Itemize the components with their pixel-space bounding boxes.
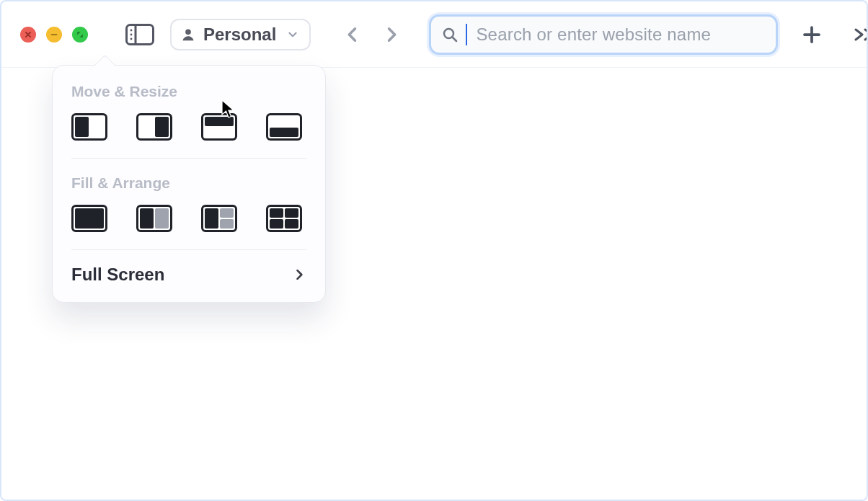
profile-label: Personal	[203, 25, 276, 45]
back-button[interactable]	[337, 19, 368, 50]
arrange-four-quadrants-button[interactable]	[266, 205, 302, 232]
browser-toolbar: Personal Search or enter website name	[1, 1, 867, 68]
full-screen-menu-item[interactable]: Full Screen	[54, 250, 324, 302]
search-icon	[441, 26, 459, 43]
window-zoom-button[interactable]	[72, 27, 88, 43]
chevron-right-icon	[292, 267, 306, 282]
move-right-half-button[interactable]	[136, 113, 172, 141]
svg-point-5	[185, 29, 191, 35]
full-screen-label: Full Screen	[71, 265, 164, 285]
move-top-half-button[interactable]	[201, 113, 237, 141]
toggle-sidebar-button[interactable]	[125, 20, 154, 49]
move-bottom-half-button[interactable]	[266, 113, 302, 141]
chevron-down-icon	[286, 28, 299, 41]
svg-point-4	[130, 37, 133, 40]
move-left-half-button[interactable]	[71, 113, 107, 141]
tab-overview-button[interactable]	[853, 19, 868, 50]
window-close-button[interactable]	[20, 27, 36, 43]
svg-point-3	[130, 33, 133, 35]
window-traffic-lights	[20, 27, 88, 43]
address-search-field[interactable]: Search or enter website name	[429, 14, 778, 55]
window-minimize-button[interactable]	[46, 27, 62, 43]
svg-point-2	[130, 29, 133, 31]
arrange-two-columns-button[interactable]	[136, 205, 172, 232]
section-title-fill-arrange: Fill & Arrange	[71, 174, 306, 192]
text-cursor	[466, 24, 467, 45]
fill-screen-button[interactable]	[71, 205, 107, 232]
section-title-move-resize: Move & Resize	[71, 83, 306, 100]
search-placeholder: Search or enter website name	[476, 25, 711, 45]
person-icon	[180, 27, 196, 43]
forward-button[interactable]	[376, 19, 407, 50]
window-layout-popover: Move & Resize Fill & Arrange Full Screen	[52, 65, 326, 303]
profile-dropdown-button[interactable]: Personal	[170, 19, 311, 50]
arrange-three-panes-button[interactable]	[201, 205, 237, 232]
new-tab-button[interactable]	[801, 19, 823, 50]
svg-line-7	[453, 37, 457, 41]
